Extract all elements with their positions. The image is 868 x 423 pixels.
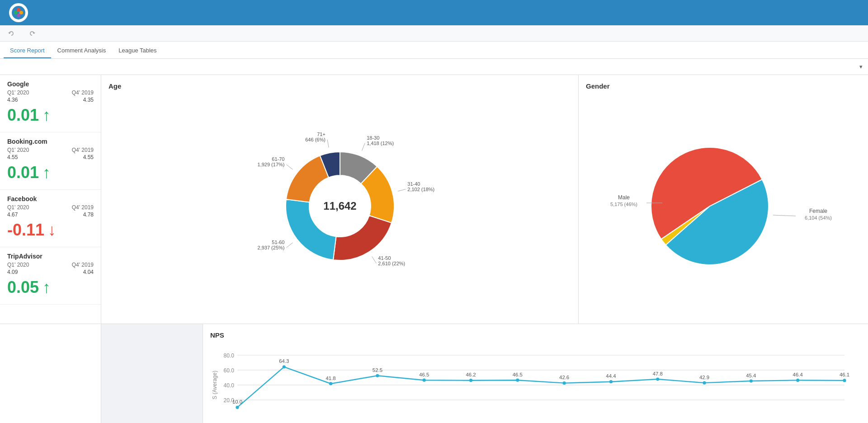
nps-point-label: 41.8 [326,376,336,381]
svg-point-0 [12,6,25,19]
nps-point-label: 47.8 [653,371,663,376]
donut-label-bottom: 2,102 (18%) [407,186,434,192]
score-card-row: Q1' 2020 Q4' 2019 [7,204,94,211]
diff-value: 0.05 [7,278,39,297]
gender-line-female [773,215,796,216]
nps-point-label: 42.9 [699,375,709,380]
nps-point [236,406,239,409]
score-card-row: Q1' 2020 Q4' 2019 [7,89,94,96]
donut-segment-41-50 [333,216,391,260]
score-card-values: 4.09 4.04 [7,269,94,275]
tab-bar: Score Report Comment Analysis League Tab… [0,42,868,59]
redo-button[interactable] [26,29,40,38]
donut-label-bottom: 2,610 (22%) [378,260,405,266]
reset-button[interactable] [857,33,863,34]
score-diff: 0.01 ↑ [7,163,94,182]
gender-label-female-value: 6,104 (54%) [805,215,832,221]
tab-score-report[interactable]: Score Report [4,43,51,58]
nps-point [656,377,659,381]
nps-point-label: 46.4 [793,372,803,377]
nps-point [843,379,846,382]
donut-label-line [372,256,376,263]
nps-point-label: 45.4 [746,373,756,378]
app-logo [9,3,28,22]
q1-value: 4.36 [7,97,18,103]
score-card-values: 4.55 4.55 [7,154,94,160]
undo-button[interactable] [5,29,19,38]
score-card-facebook: Facebook Q1' 2020 Q4' 2019 4.67 4.78 -0.… [0,190,101,247]
q1-label: Q1' 2020 [7,89,29,96]
score-card-values: 4.36 4.35 [7,97,94,103]
nps-title: NPS [210,331,861,339]
q1-value: 4.09 [7,269,18,275]
donut-label-line [327,139,328,147]
nps-point [329,382,332,385]
nps-point [469,379,472,382]
score-card-row: Q1' 2020 Q4' 2019 [7,147,94,153]
diff-value: -0.11 [7,221,44,240]
score-sidebar: Google Q1' 2020 Q4' 2019 4.36 4.35 0.01 … [0,75,101,324]
diff-value: 0.01 [7,163,39,182]
donut-label-top: 71+ [317,131,326,136]
gender-label-male-value: 5,175 (46%) [610,202,637,207]
svg-point-4 [17,14,20,17]
q1-value: 4.55 [7,154,18,160]
gender-label-female-name: Female [809,208,827,214]
gender-panel: Gender Male5,175 (46%)Female6,104 (54%) [579,75,868,324]
donut-label-line [286,164,292,169]
nps-panel: NPS 80.060.040.020.0S (Average)10.064.34… [203,324,868,423]
q4-value: 4.35 [83,97,94,103]
svg-point-2 [17,8,20,12]
score-card-title: Facebook [7,195,94,202]
donut-label-bottom: 646 (6%) [305,136,326,142]
nps-point [376,374,379,377]
score-card-row: Q1' 2020 Q4' 2019 [7,262,94,268]
q4-label: Q4' 2019 [72,262,94,268]
score-diff: 0.05 ↑ [7,278,94,297]
age-donut-chart: 18-301,418 (12%)31-402,102 (18%)41-502,6… [250,129,430,283]
age-title: Age [108,82,571,90]
score-diff: 0.01 ↑ [7,106,94,125]
nps-point-label: 44.4 [606,373,616,379]
q1-value: 4.67 [7,212,18,218]
q4-value: 4.55 [83,154,94,160]
nps-point [750,379,753,382]
q4-label: Q4' 2019 [72,89,94,96]
nps-point [609,380,613,383]
nps-point [423,379,426,382]
score-card-booking-com: Booking.com Q1' 2020 Q4' 2019 4.55 4.55 … [0,132,101,190]
header-left [9,3,33,22]
bottom-left-spacer [0,324,101,423]
score-card-google: Google Q1' 2020 Q4' 2019 4.36 4.35 0.01 … [0,75,101,132]
donut-label-top: 41-50 [378,255,391,260]
svg-point-3 [19,11,23,14]
score-card-values: 4.67 4.78 [7,212,94,218]
gender-label-male-name: Male [618,194,630,201]
nps-point-label: 42.6 [559,375,569,380]
top-row: Google Q1' 2020 Q4' 2019 4.36 4.35 0.01 … [0,75,868,324]
q4-value: 4.78 [83,212,94,218]
donut-label-line [362,143,365,150]
tab-league-tables[interactable]: League Tables [112,43,163,58]
q4-label: Q4' 2019 [72,147,94,153]
app-header [0,0,868,25]
donut-label-top: 61-70 [272,156,284,162]
nps-y-tick: 80.0 [223,352,234,359]
nps-point-label: 46.1 [840,372,849,377]
nps-point-label: 46.5 [513,372,523,377]
donut-label-bottom: 1,418 (12%) [367,140,394,146]
age-donut-container: 18-301,418 (12%)31-402,102 (18%)41-502,6… [108,95,571,316]
q4-label: Q4' 2019 [72,204,94,211]
donut-label-top: 18-30 [367,135,379,140]
nps-point-label: 10.0 [232,399,242,404]
diff-arrow: ↑ [42,278,51,297]
tab-comment-analysis[interactable]: Comment Analysis [51,43,113,58]
gender-pie-chart: Male5,175 (46%)Female6,104 (54%) [610,138,836,274]
donut-segment-61-70 [286,155,328,202]
nps-y-tick: 40.0 [223,382,234,389]
score-card-tripadvisor: TripAdvisor Q1' 2020 Q4' 2019 4.09 4.04 … [0,247,101,305]
nps-point-label: 46.5 [419,372,429,377]
score-card-title: TripAdvisor [7,253,94,260]
expand-icon[interactable]: ▾ [859,63,863,70]
score-diff: -0.11 ↓ [7,221,94,240]
